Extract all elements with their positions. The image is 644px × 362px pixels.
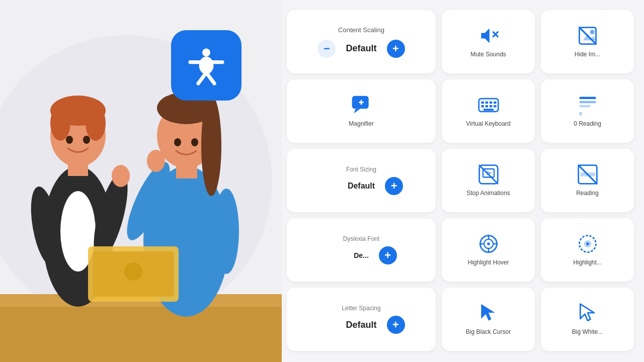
black-cursor-svg <box>477 302 500 324</box>
svg-point-21 <box>214 189 239 274</box>
svg-point-35 <box>590 30 594 34</box>
letter-spacing-controls: Default + <box>317 316 405 334</box>
svg-point-63 <box>487 242 490 245</box>
svg-point-22 <box>147 150 165 172</box>
svg-point-26 <box>124 262 142 281</box>
svg-point-9 <box>50 106 70 141</box>
reading-card-2[interactable]: Reading <box>541 149 634 212</box>
svg-point-14 <box>112 165 130 187</box>
svg-rect-45 <box>481 105 484 108</box>
svg-rect-48 <box>494 105 497 108</box>
svg-rect-43 <box>489 102 492 104</box>
svg-rect-11 <box>68 161 88 176</box>
highlight-focus-label: Highlight... <box>573 259 602 267</box>
svg-rect-49 <box>483 109 493 111</box>
svg-text:0: 0 <box>579 111 582 116</box>
svg-line-4 <box>206 72 214 83</box>
dyslexia-controls: De... + <box>326 246 397 264</box>
highlight-hover-card[interactable]: Highlight Hover <box>442 218 535 282</box>
mute-sounds-card[interactable]: Mute Sounds <box>442 10 535 73</box>
illustration-area <box>0 0 282 362</box>
virtual-keyboard-label: Virtual Keyboard <box>466 120 511 128</box>
letter-spacing-title: Letter Spacing <box>342 305 380 312</box>
svg-point-28 <box>83 136 90 144</box>
dyslexia-value: De... <box>354 251 369 259</box>
svg-marker-71 <box>481 304 495 321</box>
font-sizing-title-partial: izing <box>364 166 376 173</box>
svg-rect-41 <box>481 102 484 104</box>
svg-point-30 <box>191 138 198 146</box>
black-cursor-icon <box>477 302 500 324</box>
dyslexia-title: Dyslexia Font <box>343 235 380 242</box>
virtual-keyboard-card[interactable]: Virtual Keyboard <box>442 79 535 143</box>
letter-spacing-card: Letter Spacing Default + <box>287 288 436 351</box>
big-black-cursor-label: Big Black Cursor <box>466 328 511 336</box>
scaling-controls: − Default + <box>317 40 405 58</box>
widget-panel: Content Scaling − Default + Mute Sounds <box>282 0 644 362</box>
magnifier-card[interactable]: Magnifier <box>287 79 436 143</box>
svg-rect-19 <box>176 163 197 178</box>
white-cursor-svg <box>577 302 599 324</box>
reading-label-1: 0 Reading <box>574 120 601 128</box>
svg-rect-44 <box>494 102 497 104</box>
highlight-hover-svg <box>477 233 500 255</box>
magnifier-label: Magnifier <box>349 120 373 128</box>
hide-images-icon <box>577 25 599 47</box>
big-white-cursor-card[interactable]: Big White... <box>541 288 634 351</box>
mute-icon <box>477 25 500 47</box>
svg-rect-50 <box>579 97 596 100</box>
svg-point-70 <box>586 242 589 245</box>
reading-mask-svg <box>577 163 599 186</box>
content-scaling-card: Content Scaling − Default + <box>287 10 436 73</box>
font-sizing-value: Default <box>348 182 375 191</box>
magnifier-icon <box>350 94 372 116</box>
dyslexia-card: Dyslexia Font De... + <box>287 218 436 282</box>
stop-animations-label: Stop Animations <box>466 190 510 198</box>
svg-point-29 <box>174 138 181 146</box>
svg-rect-60 <box>580 173 595 176</box>
highlight-focus-svg <box>577 233 599 255</box>
reading-svg: 0 <box>577 94 599 116</box>
reading-card-1[interactable]: 0 0 Reading <box>541 79 634 143</box>
content-scaling-title: Content Scaling <box>338 26 384 34</box>
content-scaling-increase[interactable]: + <box>387 40 405 58</box>
highlight-focus-card[interactable]: Highlight... <box>541 218 634 282</box>
letter-spacing-increase[interactable]: + <box>387 316 405 334</box>
reading-icon: 0 <box>577 94 599 116</box>
letter-spacing-value: Default <box>346 320 376 330</box>
keyboard-svg <box>477 94 500 116</box>
svg-point-0 <box>202 48 210 56</box>
highlight-focus-icon <box>577 233 599 255</box>
big-white-cursor-label: Big White... <box>572 328 603 336</box>
hide-images-svg <box>577 25 599 47</box>
stop-anim-svg <box>477 163 500 186</box>
svg-point-27 <box>66 136 73 144</box>
font-sizing-increase[interactable]: + <box>385 177 403 195</box>
svg-rect-51 <box>579 101 596 104</box>
highlight-hover-icon <box>477 233 500 255</box>
dyslexia-increase[interactable]: + <box>379 246 397 264</box>
svg-rect-52 <box>579 105 590 108</box>
font-sizing-card: Font Sizing Default + <box>287 149 436 212</box>
svg-rect-46 <box>485 105 488 108</box>
svg-marker-37 <box>354 109 360 114</box>
svg-point-10 <box>86 106 106 141</box>
content-scaling-decrease[interactable]: − <box>317 40 336 58</box>
svg-line-3 <box>198 72 206 83</box>
stop-anim-icon <box>477 163 500 186</box>
hide-images-card[interactable]: Hide Im... <box>541 10 634 73</box>
svg-rect-42 <box>485 102 488 104</box>
font-sizing-title: Font Sizing <box>346 166 376 173</box>
content-scaling-value: Default <box>346 43 376 54</box>
mute-sounds-label: Mute Sounds <box>470 51 506 59</box>
svg-marker-72 <box>580 304 594 321</box>
white-cursor-icon <box>577 302 599 324</box>
svg-point-18 <box>201 96 221 196</box>
accessibility-figure-icon <box>186 45 226 85</box>
reading-mask-icon <box>577 163 599 186</box>
font-sizing-controls: Default + <box>319 177 403 195</box>
hide-images-label: Hide Im... <box>575 51 600 59</box>
stop-animations-card[interactable]: Stop Animations <box>442 149 535 212</box>
big-black-cursor-card[interactable]: Big Black Cursor <box>442 288 535 351</box>
accessibility-icon-widget[interactable] <box>171 30 242 101</box>
